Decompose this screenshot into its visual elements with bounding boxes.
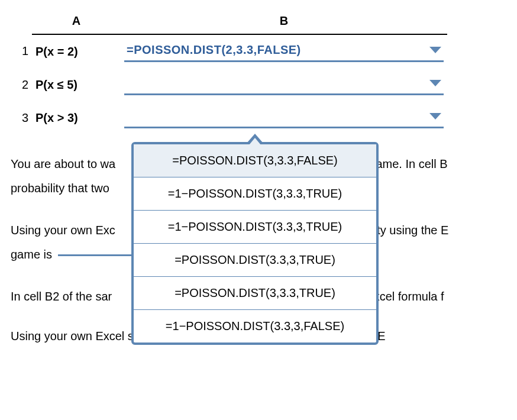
chevron-down-icon bbox=[429, 47, 441, 53]
chevron-down-icon bbox=[429, 113, 441, 119]
table-row: 1 P(x = 2) =POISSON.DIST(2,3.3,FALSE) bbox=[11, 34, 447, 68]
formula-options-dropdown: =POISSON.DIST(3,3.3,FALSE) =1−POISSON.DI… bbox=[131, 142, 379, 345]
table-row: 2 P(x ≤ 5) bbox=[11, 68, 447, 101]
dropdown-option[interactable]: =POISSON.DIST(3,3.3,TRUE) bbox=[134, 276, 376, 309]
probability-label: P(x = 2) bbox=[32, 34, 121, 68]
probability-label: P(x ≤ 5) bbox=[32, 68, 121, 101]
dropdown-option[interactable]: =1−POISSON.DIST(3.3,3,TRUE) bbox=[134, 210, 376, 243]
table-row: 3 P(x > 3) bbox=[11, 101, 447, 134]
chevron-down-icon bbox=[429, 80, 441, 86]
dropdown-option[interactable]: =POISSON.DIST(3,3.3,FALSE) bbox=[134, 144, 376, 177]
formula-dropdown-b2[interactable] bbox=[124, 74, 444, 95]
col-header-b: B bbox=[121, 11, 447, 34]
col-header-a: A bbox=[32, 11, 121, 34]
formula-table: A B 1 P(x = 2) =POISSON.DIST(2,3.3,FALSE… bbox=[11, 11, 447, 134]
formula-dropdown-b3[interactable] bbox=[124, 107, 444, 128]
row-number: 2 bbox=[11, 68, 32, 101]
row-number: 1 bbox=[11, 34, 32, 68]
probability-label: P(x > 3) bbox=[32, 101, 121, 134]
row-number: 3 bbox=[11, 101, 32, 134]
dropdown-option[interactable]: =1−POISSON.DIST(3.3,3,FALSE) bbox=[134, 309, 376, 343]
dropdown-option[interactable]: =POISSON.DIST(3.3,3,TRUE) bbox=[134, 243, 376, 276]
formula-dropdown-b1[interactable]: =POISSON.DIST(2,3.3,FALSE) bbox=[124, 41, 444, 62]
formula-text: =POISSON.DIST(2,3.3,FALSE) bbox=[127, 43, 301, 57]
dropdown-option[interactable]: =1−POISSON.DIST(3,3.3,TRUE) bbox=[134, 177, 376, 210]
